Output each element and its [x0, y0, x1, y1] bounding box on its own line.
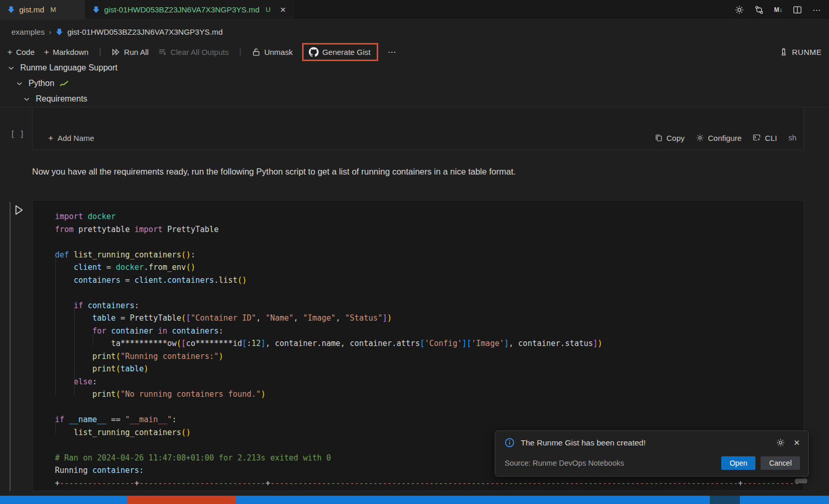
run-cell-button[interactable] [13, 204, 24, 216]
plus-icon: + [44, 48, 49, 56]
progress-segment [740, 496, 829, 504]
markdown-paragraph: Now you have all the requirements ready,… [32, 167, 794, 177]
rocket-icon [779, 48, 788, 56]
breadcrumb[interactable]: examples › gist-01HWD053BZ23JN6VA7X3NGP3… [11, 27, 223, 36]
run-all-icon [111, 48, 120, 56]
split-editor-icon[interactable] [793, 5, 802, 15]
section-runme-language-support[interactable]: Runme Language Support [7, 63, 118, 73]
breadcrumb-folder[interactable]: examples [11, 27, 45, 36]
generate-gist-button[interactable]: Generate Gist [309, 47, 370, 57]
code-line: table = PrettyTable(["Container ID", "Na… [55, 312, 804, 325]
code-line: if containers: [55, 299, 804, 312]
settings-gear-icon[interactable] [735, 5, 744, 15]
plus-icon: + [7, 48, 12, 56]
code-line: from prettytable import PrettyTable [55, 223, 804, 236]
more-actions-icon[interactable]: ⋯ [812, 5, 822, 15]
chevron-down-icon[interactable] [7, 64, 15, 72]
code-line: else: [55, 376, 804, 388]
code-line [55, 286, 804, 299]
notebook-toolbar: + Code + Markdown | Run All Clear All Ou… [7, 41, 822, 62]
modified-badge: M [50, 6, 56, 13]
cell-execution-placeholder: [ ] [10, 129, 24, 139]
source-control-icon[interactable] [754, 5, 764, 15]
add-name-label: Add Name [58, 134, 94, 142]
chevron-down-icon[interactable] [16, 80, 23, 88]
open-button[interactable]: Open [721, 456, 755, 470]
info-icon [505, 438, 514, 448]
progress-segment [236, 496, 710, 504]
markdown-preview-icon[interactable]: M↓ [774, 6, 782, 13]
section-requirements[interactable]: Requirements [23, 94, 88, 104]
toast-message: The Runme Gist has been created! [521, 438, 646, 448]
section-python[interactable]: Python [16, 79, 69, 88]
tab-gist-md[interactable]: gist.md M [0, 0, 85, 19]
copy-button[interactable]: Copy [654, 134, 684, 142]
toolbar-more-icon[interactable]: ⋯ [388, 47, 397, 57]
chevron-down-icon[interactable] [23, 95, 31, 103]
notification-close-icon[interactable]: ✕ [793, 438, 800, 448]
cancel-button[interactable]: Cancel [761, 456, 800, 470]
tab-gist-generated-md[interactable]: gist-01HWD053BZ23JN6VA7X3NGP3YS.md U ✕ [85, 0, 294, 19]
breadcrumb-file[interactable]: gist-01HWD053BZ23JN6VA7X3NGP3YS.md [67, 27, 223, 36]
cell-language-label[interactable]: sh [789, 134, 796, 142]
unmask-label: Unmask [264, 48, 293, 56]
run-all-button[interactable]: Run All [111, 48, 149, 56]
runme-kernel-label: RUNME [792, 48, 822, 56]
github-icon [309, 47, 319, 57]
toast-source: Source: Runme DevOps Notebooks [505, 459, 624, 467]
code-line [55, 236, 804, 249]
code-line: print("No running containers found.") [55, 388, 804, 401]
clear-all-outputs-button[interactable]: Clear All Outputs [158, 48, 229, 56]
cell-status-bar: + Add Name Copy Configure CLI sh [33, 126, 804, 150]
code-line: def list_running_containers(): [55, 249, 804, 262]
indent-guide [74, 308, 75, 395]
editor-tab-bar: gist.md M gist-01HWD053BZ23JN6VA7X3NGP3Y… [0, 0, 829, 20]
section-label: Runme Language Support [20, 63, 118, 73]
section-label: Python [28, 79, 54, 88]
plus-icon: + [48, 134, 53, 142]
vscode-window: gist.md M gist-01HWD053BZ23JN6VA7X3NGP3Y… [0, 0, 829, 504]
indent-guide [93, 334, 93, 345]
breadcrumb-separator-icon: › [49, 28, 51, 36]
copy-icon [654, 134, 663, 142]
notification-toast: The Runme Gist has been created! ✕ Sourc… [495, 430, 809, 477]
annotation-highlight: Generate Gist [302, 43, 378, 61]
code-line: if __name__ == "__main__": [55, 413, 804, 426]
add-markdown-label: Markdown [53, 48, 89, 56]
horizontal-scrollbar-thumb[interactable] [795, 479, 807, 483]
configure-label: Configure [708, 134, 741, 142]
notification-settings-gear-icon[interactable] [776, 438, 785, 447]
clear-all-outputs-label: Clear All Outputs [170, 48, 229, 56]
close-tab-icon[interactable]: ✕ [280, 6, 286, 14]
unmask-button[interactable]: Unmask [252, 48, 293, 56]
play-icon [13, 204, 24, 216]
add-name-button[interactable]: + Add Name [48, 134, 94, 142]
untracked-badge: U [266, 6, 270, 13]
add-markdown-button[interactable]: + Markdown [44, 48, 89, 56]
add-code-button[interactable]: + Code [7, 48, 35, 56]
runme-logo-icon [7, 6, 15, 13]
section-label: Requirements [36, 94, 88, 104]
code-line: print(table) [55, 363, 804, 376]
editor-actions: M↓ ⋯ [735, 0, 822, 20]
configure-button[interactable]: Configure [696, 134, 741, 142]
add-code-label: Code [16, 48, 35, 56]
code-line: for container in containers: [55, 325, 804, 338]
shell-cell[interactable]: + Add Name Copy Configure CLI sh [32, 107, 804, 150]
cli-label: CLI [765, 134, 777, 142]
code-line: +----------------+----------------------… [55, 477, 804, 490]
generate-gist-label: Generate Gist [322, 48, 370, 56]
runme-logo-icon [92, 6, 100, 13]
runme-kernel-button[interactable]: RUNME [779, 48, 822, 56]
code-line: containers = client.containers.list() [55, 274, 804, 287]
terminal-lightning-icon [753, 134, 761, 142]
indent-guide [55, 421, 56, 434]
toolbar-divider: | [238, 47, 242, 57]
code-line: client = docker.from_env() [55, 261, 804, 274]
gear-icon [696, 134, 704, 142]
video-progress-bar[interactable] [0, 496, 829, 504]
code-line: print("Running containers:") [55, 350, 804, 363]
indent-guide [55, 257, 56, 395]
cli-button[interactable]: CLI [753, 134, 777, 142]
progress-segment [127, 496, 236, 504]
